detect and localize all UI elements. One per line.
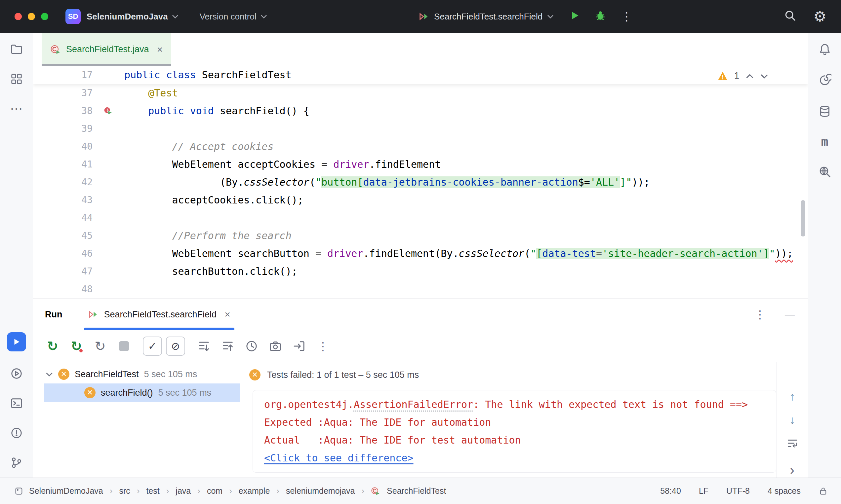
rerun-tests-button[interactable]: ↻	[45, 339, 60, 354]
test-tree-row-root[interactable]: ✕ SearchFieldTest 5 sec 105 ms	[33, 365, 240, 383]
terminal-icon[interactable]	[9, 396, 24, 411]
code-line-17[interactable]: 17public class SearchFieldTest	[33, 66, 808, 84]
window-close-button[interactable]	[15, 13, 22, 20]
breadcrumb-item[interactable]: seleniumdemojava	[286, 486, 355, 496]
database-icon[interactable]	[817, 104, 833, 119]
code-line-46[interactable]: 46 WebElement searchButton = driver.find…	[33, 245, 808, 263]
readonly-lock-icon[interactable]	[819, 486, 828, 496]
show-passed-toggle[interactable]: ✓	[143, 337, 162, 356]
editor-scrollbar[interactable]	[801, 200, 805, 236]
stop-button[interactable]	[116, 339, 132, 354]
next-problem-icon[interactable]	[760, 71, 768, 81]
test-console[interactable]: ✕ Tests failed: 1 of 1 test – 5 sec 105 …	[240, 362, 776, 478]
code-line-43[interactable]: 43 acceptCookies.click();	[33, 191, 808, 209]
test-tree: ✕ SearchFieldTest 5 sec 105 ms ✕ searchF…	[33, 362, 240, 478]
test-runner-content: ✕ SearchFieldTest 5 sec 105 ms ✕ searchF…	[33, 362, 808, 478]
expand-all-button[interactable]	[196, 339, 211, 354]
inspection-widget[interactable]: 1	[718, 71, 768, 81]
toggle-auto-test-button[interactable]: ↻	[92, 339, 108, 354]
notifications-bell-icon[interactable]	[817, 42, 833, 57]
more-options-icon[interactable]: ⋮	[754, 309, 766, 320]
left-stripe-bottom-group	[7, 332, 26, 470]
test-tree-row-selected[interactable]: ✕ searchField() 5 sec 105 ms	[44, 383, 240, 402]
code-line-44[interactable]: 44	[33, 209, 808, 227]
breadcrumb-item[interactable]: SeleniumDemoJava	[29, 486, 103, 496]
settings-gear-button[interactable]: ⚙	[813, 9, 826, 24]
chevron-down-icon[interactable]	[46, 372, 53, 377]
see-difference-link[interactable]: <Click to see difference>	[264, 452, 414, 464]
run-toolwindow: Run SearchFieldTest.searchField × ⋮ —	[33, 299, 808, 478]
git-branch-icon[interactable]	[9, 455, 24, 470]
code-line-38[interactable]: 38 public void searchField() {	[33, 102, 808, 120]
run-button[interactable]	[570, 10, 580, 23]
navigate-up-icon[interactable]: ↑	[789, 390, 795, 403]
more-toolwindows-icon[interactable]: ⋯	[9, 101, 24, 116]
code-line-42[interactable]: 42 (By.cssSelector("button[data-jetbrain…	[33, 174, 808, 191]
run-tab-label: SearchFieldTest.searchField	[104, 309, 217, 320]
code-text: WebElement searchButton = driver.findEle…	[124, 245, 808, 263]
screenshot-button[interactable]	[268, 339, 283, 354]
search-everywhere-button[interactable]	[784, 9, 796, 24]
exception-class-link[interactable]: AssertionFailedError	[354, 399, 473, 410]
ai-assistant-icon[interactable]	[817, 73, 833, 88]
code-line-47[interactable]: 47 searchButton.click();	[33, 263, 808, 281]
line-number: 44	[33, 209, 92, 227]
vcs-widget[interactable]: Version control	[200, 12, 267, 22]
caret-position-widget[interactable]: 58:40	[660, 486, 681, 496]
encoding-widget[interactable]: UTF-8	[726, 486, 750, 496]
collapse-all-button[interactable]	[220, 339, 235, 354]
breadcrumb-item[interactable]: test	[146, 486, 159, 496]
structure-icon[interactable]	[9, 71, 24, 87]
import-test-results-button[interactable]	[292, 339, 307, 354]
test-suite-name: SearchFieldTest	[75, 369, 139, 379]
run-panel-header-actions: ⋮ —	[754, 309, 795, 320]
rerun-failed-tests-button[interactable]: ↻	[69, 339, 84, 354]
breadcrumb-item[interactable]: src	[119, 486, 130, 496]
window-minimize-button[interactable]	[28, 13, 35, 20]
breadcrumb-item[interactable]: example	[239, 486, 270, 496]
breadcrumb-item[interactable]: com	[207, 486, 222, 496]
maven-icon[interactable]: m	[821, 135, 828, 148]
line-separator-widget[interactable]: LF	[699, 486, 708, 496]
show-ignored-toggle[interactable]: ⊘	[166, 337, 185, 356]
breadcrumb-separator: ›	[198, 486, 200, 496]
project-widget[interactable]: SeleniumDemoJava	[87, 12, 178, 22]
services-icon[interactable]	[9, 366, 24, 381]
code-lines: 37 @Test38 public void searchField() {39…	[33, 84, 808, 298]
test-history-clock-button[interactable]	[244, 339, 259, 354]
right-toolwindow-stripe: m	[808, 33, 841, 478]
chevron-right-icon[interactable]: ›	[790, 463, 794, 478]
editor-tab-active[interactable]: SearchFieldTest.java ×	[42, 33, 171, 66]
find-in-web-icon[interactable]	[817, 164, 833, 179]
code-editor[interactable]: 17public class SearchFieldTest 37 @Test3…	[33, 66, 808, 299]
code-text: acceptCookies.click();	[124, 191, 808, 209]
code-line-45[interactable]: 45 //Perform the search	[33, 227, 808, 245]
hide-panel-icon[interactable]: —	[785, 309, 795, 320]
run-tab-active[interactable]: SearchFieldTest.searchField ×	[84, 299, 234, 330]
editor-column: SearchFieldTest.java × 17public class Se…	[33, 33, 808, 478]
run-configuration-name: SearchFieldTest.searchField	[434, 12, 543, 22]
window-zoom-button[interactable]	[41, 13, 48, 20]
soft-wrap-icon[interactable]	[786, 437, 799, 452]
run-toolwindow-button-active[interactable]	[7, 332, 26, 352]
more-options-icon[interactable]: ⋮	[315, 339, 330, 354]
more-actions-button[interactable]: ⋮	[620, 11, 632, 22]
project-folder-icon[interactable]	[9, 42, 24, 57]
indent-widget[interactable]: 4 spaces	[768, 486, 801, 496]
problems-icon[interactable]	[9, 426, 24, 440]
code-line-41[interactable]: 41 WebElement acceptCookies = driver.fin…	[33, 156, 808, 174]
close-icon[interactable]: ×	[157, 44, 163, 55]
gutter-failed-test-run-icon[interactable]	[92, 102, 124, 120]
window-controls	[15, 13, 48, 20]
code-line-40[interactable]: 40 // Accept cookies	[33, 138, 808, 156]
run-configuration-selector[interactable]: SearchFieldTest.searchField	[418, 11, 554, 22]
debug-button[interactable]	[595, 10, 606, 23]
navigate-down-icon[interactable]: ↓	[789, 414, 795, 426]
code-line-39[interactable]: 39	[33, 120, 808, 138]
code-line-48[interactable]: 48	[33, 281, 808, 298]
code-line-37[interactable]: 37 @Test	[33, 84, 808, 102]
close-icon[interactable]: ×	[224, 309, 230, 320]
breadcrumb-item-class[interactable]: SearchFieldTest	[387, 486, 446, 496]
previous-problem-icon[interactable]	[746, 71, 754, 81]
breadcrumb-item[interactable]: java	[175, 486, 191, 496]
